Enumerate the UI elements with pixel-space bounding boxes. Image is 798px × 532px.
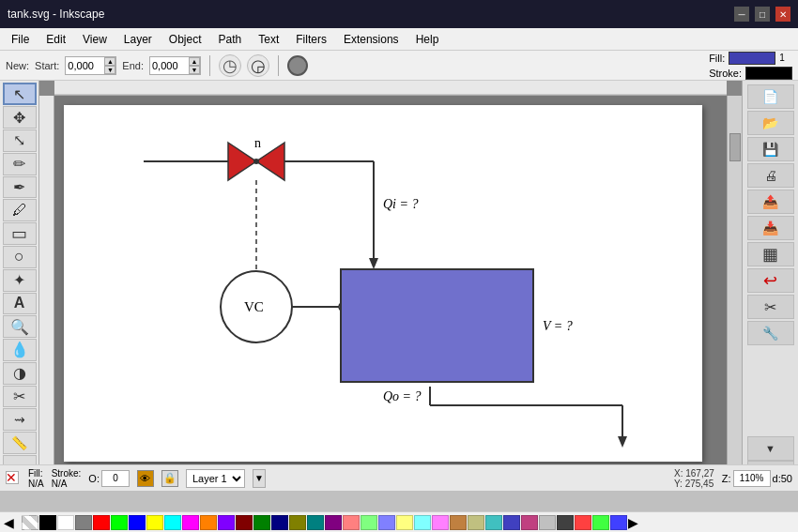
tool-select[interactable]: ↖ [3,83,37,105]
palette-darkred[interactable] [236,515,253,530]
palette-lightyellow[interactable] [396,515,413,530]
palette-magenta[interactable] [182,515,199,530]
tool-measure[interactable]: 📏 [3,432,37,454]
right-btn-undo[interactable]: ↩ [747,268,794,293]
palette-lightblue[interactable] [378,515,395,530]
palette-brown[interactable] [450,515,467,530]
palette-orange[interactable] [200,515,217,530]
toolbar-circle-btn-3[interactable] [287,55,308,76]
end-spin-down[interactable]: ▼ [189,66,200,74]
tool-text[interactable]: A [3,293,37,315]
palette-red[interactable] [93,515,110,530]
palette-scroll-left[interactable]: ◀ [4,515,21,530]
canvas-content[interactable]: n Qi = ? V [54,96,727,470]
menu-extensions[interactable]: Extensions [336,31,407,48]
palette-cyan[interactable] [164,515,181,530]
palette-silver[interactable] [539,515,556,530]
palette-medium-blue[interactable] [503,515,520,530]
palette-lightred[interactable] [343,515,360,530]
new-label: New: [6,60,29,71]
zoom-input[interactable] [733,470,771,487]
toolbar-circle-btn-2[interactable]: ◶ [247,54,269,77]
palette-blue[interactable] [129,515,146,530]
tool-gradient[interactable]: ◑ [3,362,37,385]
right-btn-import[interactable]: 📥 [747,216,794,240]
tool-ellipse[interactable]: ○ [3,246,37,268]
tool-pen[interactable]: ✒ [3,176,37,199]
tool-pencil[interactable]: ✏ [3,153,37,175]
start-input[interactable] [68,60,105,71]
palette-scroll-right[interactable]: ▶ [628,515,645,530]
right-btn-tool10[interactable]: 🔧 [747,321,794,345]
palette-teal[interactable] [307,515,324,530]
palette-pink-red[interactable] [521,515,538,530]
tool-cut[interactable]: ✂ [3,386,37,408]
palette-gray[interactable] [75,515,92,530]
palette-olive[interactable] [289,515,306,530]
tool-node[interactable]: ✥ [3,106,37,129]
start-spin-up[interactable]: ▲ [104,57,115,66]
menu-text[interactable]: Text [251,31,286,48]
menu-path[interactable]: Path [211,31,250,48]
tool-calligraphy[interactable]: 🖊 [3,199,37,221]
palette-yellow[interactable] [146,515,163,530]
right-btn-scissors[interactable]: ✂ [747,295,794,319]
palette-darkgreen[interactable] [253,515,270,530]
qi-label: Qi = ? [383,197,418,211]
palette-dark-gray[interactable] [557,515,574,530]
no-fill-indicator[interactable]: ✕ [6,471,21,486]
lock-icon[interactable]: 🔒 [161,470,178,487]
palette-bright-green[interactable] [592,515,609,530]
layer-dropdown[interactable]: ▼ [253,469,266,488]
eye-icon[interactable]: 👁 [137,470,154,487]
palette-transparent[interactable] [22,515,38,530]
menu-help[interactable]: Help [408,31,447,48]
right-btn-print[interactable]: 🖨 [747,163,794,188]
palette-medium-teal[interactable] [485,515,502,530]
fill-row: Fill: 1 [709,52,792,65]
tool-zoom[interactable]: 🔍 [3,315,37,338]
toolbar-circle-btn-1[interactable]: ◷ [219,54,241,77]
maximize-button[interactable]: □ [755,7,770,22]
tool-connector[interactable]: ⇝ [3,408,37,431]
start-spin-down[interactable]: ▼ [104,66,115,74]
stroke-swatch[interactable] [745,67,792,80]
layer-select[interactable]: Layer 1 [186,469,245,488]
opacity-input[interactable] [101,470,130,487]
close-button[interactable]: ✕ [775,7,790,22]
right-expand-btn[interactable]: ▼ [747,436,794,461]
tool-transform[interactable]: ⤡ [3,129,37,152]
minimize-button[interactable]: ─ [734,7,749,22]
menu-object[interactable]: Object [161,31,209,48]
palette-green[interactable] [111,515,128,530]
vscrollbar-thumb[interactable] [729,133,741,161]
menu-layer[interactable]: Layer [116,31,160,48]
menu-filters[interactable]: Filters [288,31,334,48]
palette-darkblue[interactable] [271,515,288,530]
menu-edit[interactable]: Edit [38,31,73,48]
palette-black[interactable] [39,515,56,530]
palette-lightmagenta[interactable] [432,515,449,530]
palette-lightcyan[interactable] [414,515,431,530]
right-btn-pattern[interactable]: ▦ [747,242,794,266]
menu-file[interactable]: File [4,31,37,48]
right-btn-open[interactable]: 📂 [747,111,794,135]
palette-purple[interactable] [218,515,235,530]
right-btn-save[interactable]: 💾 [747,137,794,161]
menu-view[interactable]: View [75,31,115,48]
tool-rect[interactable]: ▭ [3,222,37,245]
vscrollbar[interactable] [727,96,742,470]
tool-star[interactable]: ✦ [3,269,37,292]
right-btn-new[interactable]: 📄 [747,84,794,109]
fill-swatch[interactable] [729,52,775,65]
end-input[interactable] [152,60,190,71]
palette-maroon-purple[interactable] [325,515,342,530]
palette-white[interactable] [57,515,74,530]
end-spin-up[interactable]: ▲ [189,57,200,66]
tool-dropper[interactable]: 💧 [3,339,37,361]
palette-bright-red[interactable] [575,515,591,530]
palette-bright-blue[interactable] [610,515,627,530]
palette-lightgreen[interactable] [361,515,377,530]
right-btn-export[interactable]: 📤 [747,190,794,214]
palette-khaki[interactable] [468,515,484,530]
